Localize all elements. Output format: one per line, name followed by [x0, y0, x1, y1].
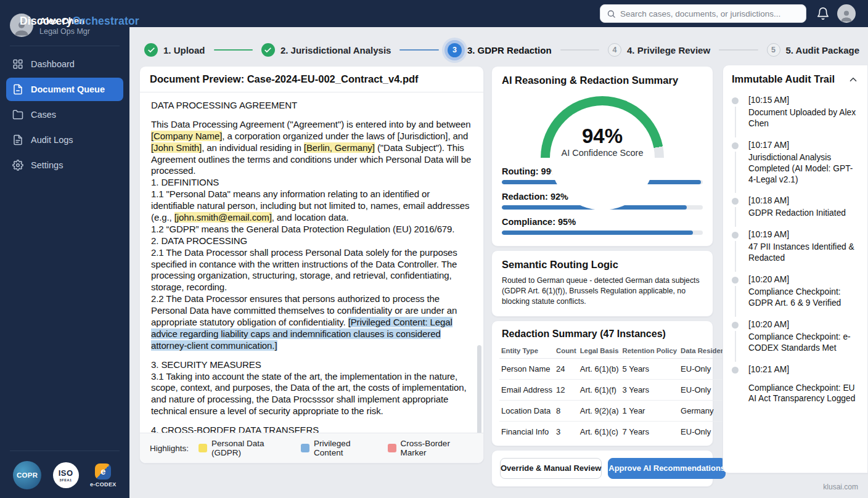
redaction-summary-card: Redaction Summary (47 Instances) Entity … — [491, 320, 713, 446]
table-row: Financial Info3Art. 6(1)(c)7 YearsEU-Onl… — [499, 421, 734, 442]
doc-paragraph: 4. CROSS-BORDER DATA TRANSFERS — [151, 425, 472, 433]
doc-text: 2.1 The Data Processor shall process Per… — [151, 247, 457, 293]
table-header-entity-type: Entity Type — [499, 343, 554, 359]
doc-paragraph: 3.1 Taking into account the state of the… — [151, 371, 472, 418]
notifications-bell-icon[interactable] — [816, 7, 830, 20]
timeline-dot — [732, 322, 739, 329]
redaction-table: Entity TypeCountLegal BasisRetention Pol… — [499, 343, 734, 442]
timeline-dot — [732, 367, 739, 374]
step-5-audit-package[interactable]: 55. Audit Package — [767, 43, 860, 57]
highlight-personal-data: [John Smith] — [151, 142, 202, 153]
collapse-chevron-up-icon[interactable] — [848, 74, 859, 85]
global-search[interactable] — [600, 4, 806, 23]
legend-item-label: Personal Data (GDPR) — [211, 439, 291, 457]
sidebar-item-dashboard[interactable]: Dashboard — [6, 52, 123, 76]
step-4-privilege-review[interactable]: 44. Privilege Review — [608, 43, 710, 57]
table-cell: 3 — [554, 421, 578, 442]
audit-event-text: Jurisdictional Analysis Completed (AI Mo… — [748, 152, 859, 186]
approve-ai-recommendations-button[interactable]: Approve AI Recommendations — [608, 458, 726, 479]
table-row: Person Name24Art. 6(1)(b)5 YearsEU-Only — [499, 358, 734, 379]
audit-event-text: 47 PII Instances Identified & Redacted — [748, 242, 859, 264]
sidebar-item-document-queue[interactable]: Document Queue — [6, 78, 123, 101]
audit-event-text: GDPR Redaction Initiated — [748, 208, 859, 219]
document-body[interactable]: DATA PROCESSING AGREEMENTThis Data Proce… — [140, 92, 483, 433]
timeline-dot — [732, 198, 739, 205]
sidebar-item-label: Dashboard — [31, 59, 75, 69]
dashboard-icon — [12, 59, 23, 70]
doc-paragraph: 3. SECURITY MEASURES — [151, 359, 472, 371]
sidebar-item-label: Cases — [31, 110, 56, 120]
doc-text: 3. SECURITY MEASURES — [151, 359, 261, 370]
timeline-dot — [732, 232, 739, 239]
sidebar-nav: DashboardDocument QueueCasesAudit LogsSe… — [0, 52, 129, 177]
audit-event: [10:17 AM]Jurisdictional Analysis Comple… — [732, 140, 859, 186]
legend-swatch — [301, 444, 309, 452]
legend-item-privileged-content: Privileged Content — [301, 439, 378, 457]
confidence-gauge: 94% AI Confidence Score — [541, 96, 664, 158]
document-preview-panel: Document Preview: Case-2024-EU-002_Contr… — [139, 66, 484, 463]
table-header-retention-policy: Retention Policy — [621, 343, 679, 359]
ecodex-badge-label: e-CODEX — [90, 481, 117, 488]
audit-event: [10:18 AM]GDPR Redaction Initiated — [732, 195, 859, 219]
doc-paragraph: 1.2 “GDPR” means the General Data Protec… — [151, 224, 472, 235]
iso-badge-label: ISO — [59, 469, 73, 477]
audit-event-time: [10:21 AM] — [748, 364, 859, 375]
user-avatar[interactable] — [837, 4, 856, 23]
sidebar-item-cases[interactable]: Cases — [6, 103, 123, 126]
legend-label: Highlights: — [150, 444, 189, 453]
doc-text: 1. DEFINITIONS — [151, 177, 219, 187]
search-icon — [607, 9, 616, 18]
document-scrollbar[interactable] — [477, 345, 481, 433]
override-manual-review-button[interactable]: Override & Manual Review — [500, 458, 602, 479]
step-number: 4 — [608, 43, 621, 57]
user-role: Legal Ops Mgr — [39, 27, 90, 36]
table-cell: 24 — [554, 358, 578, 379]
step-connector — [560, 49, 599, 51]
doc-text: , a corporation organized under the laws… — [222, 131, 468, 141]
highlight-personal-data: [john.smith@email.com] — [174, 212, 272, 222]
metric-fill — [502, 231, 693, 235]
step-check-icon — [144, 43, 158, 57]
timeline-dot — [732, 277, 739, 284]
sidebar-item-label: Document Queue — [31, 84, 105, 94]
step-connector — [214, 49, 253, 51]
watermark: klusai.com — [823, 483, 858, 491]
legend-swatch — [199, 444, 207, 452]
step-check-icon — [261, 43, 275, 57]
doc-text: This Data Processing Agreement ("Agreeme… — [151, 119, 470, 129]
audit-events: [10:15 AM]Document Uploaded by Alex Chen… — [732, 95, 859, 404]
audit-event-time: [10:19 AM] — [748, 229, 859, 240]
doc-text: , an individual residing in — [202, 142, 304, 153]
gauge-hole — [550, 105, 655, 210]
ai-summary-title: AI Reasoning & Redaction Summary — [492, 67, 713, 89]
step-2-jurisdictional-analysis[interactable]: 2. Jurisdictional Analysis — [261, 43, 391, 57]
doc-text: 1.2 “GDPR” means the General Data Protec… — [151, 224, 454, 234]
highlight-personal-data: [Berlin, Germany] — [304, 142, 375, 153]
confidence-caption: AI Confidence Score — [541, 148, 664, 158]
step-1-upload[interactable]: 1. Upload — [144, 43, 205, 57]
copr-badge: COPR — [13, 461, 41, 489]
sidebar-badges: COPR ISO 3FEA1 e e-CODEX — [0, 451, 129, 489]
main-content: 1. Upload2. Jurisdictional Analysis33. G… — [129, 27, 868, 498]
workflow-stepper: 1. Upload2. Jurisdictional Analysis33. G… — [144, 37, 859, 63]
sidebar: DiscoveryOrchestrator Alex Chen Legal Op… — [0, 0, 129, 498]
step-3-gdpr-redaction[interactable]: 33. GDPR Redaction — [448, 43, 552, 57]
search-input[interactable] — [620, 9, 800, 18]
doc-text: , and location data. — [272, 212, 349, 222]
sidebar-item-label: Audit Logs — [31, 135, 73, 145]
metric-compliance: Compliance: 95% — [502, 217, 703, 235]
redaction-summary-title: Redaction Summary (47 Instances) — [502, 329, 703, 340]
brand-part2: Orchestrator — [72, 15, 139, 27]
table-header-count: Count — [554, 343, 578, 359]
semantic-routing-title: Semantic Routing Logic — [502, 259, 703, 271]
step-number: 5 — [767, 43, 780, 57]
audit-event: [10:19 AM]47 PII Instances Identified & … — [732, 229, 859, 264]
table-header-legal-basis: Legal Basis — [578, 343, 621, 359]
step-label: 1. Upload — [163, 45, 205, 55]
doc-text: 3.1 Taking into account the state of the… — [151, 371, 467, 417]
sidebar-item-audit-logs[interactable]: Audit Logs — [6, 128, 123, 152]
sidebar-divider — [10, 451, 120, 451]
sidebar-item-settings[interactable]: Settings — [6, 153, 123, 177]
audit-event-text: Compliance Checkpoint: EU AI Act Transpa… — [748, 383, 859, 405]
step-label: 3. GDPR Redaction — [467, 45, 552, 55]
